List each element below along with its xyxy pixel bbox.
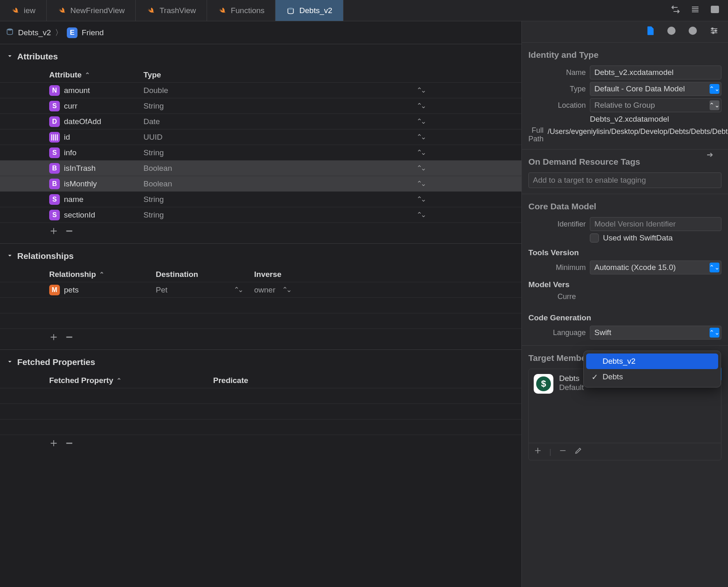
col-inverse[interactable]: Inverse <box>254 270 515 279</box>
table-row-empty <box>0 298 521 313</box>
tab-newfriendview[interactable]: NewFriendView <box>47 0 136 21</box>
coredata-title: Core Data Model <box>528 202 721 211</box>
rel-name: pets <box>64 286 79 295</box>
language-label: Language <box>528 329 586 337</box>
updown-icon[interactable]: ⌃⌄ <box>416 179 425 188</box>
swift-icon <box>11 6 20 15</box>
attr-type: Double <box>143 86 168 95</box>
dropdown-option[interactable]: Debts_v2 <box>586 354 718 369</box>
col-fetched-property[interactable]: Fetched Property⌃ <box>49 376 213 385</box>
type-badge: B <box>49 163 60 174</box>
updown-icon[interactable]: ⌃⌄ <box>416 86 425 95</box>
check-icon: ✓ <box>591 372 598 382</box>
minimum-select[interactable]: Automatic (Xcode 15.0)⌃⌄ <box>590 261 721 274</box>
tab-trashview[interactable]: TrashView <box>136 0 207 21</box>
add-fetched-button[interactable] <box>49 439 58 450</box>
updown-icon[interactable]: ⌃⌄ <box>416 195 425 204</box>
add-attribute-button[interactable] <box>49 227 58 238</box>
table-row-empty <box>0 313 521 329</box>
svg-point-7 <box>712 32 714 34</box>
table-row[interactable]: MpetsPet⌃⌄owner⌃⌄ <box>0 282 521 298</box>
tab-iew[interactable]: iew <box>0 0 47 21</box>
table-row[interactable]: NamountDouble⌃⌄ <box>0 83 521 98</box>
updown-icon[interactable]: ⌃⌄ <box>234 286 242 294</box>
type-select[interactable]: Default - Core Data Model⌃⌄ <box>590 82 721 96</box>
type-badge: S <box>49 210 60 220</box>
help-tab[interactable] <box>688 26 698 38</box>
table-row[interactable]: BisMonthlyBoolean⌃⌄ <box>0 176 521 192</box>
breadcrumb-root[interactable]: Debts_v2 <box>18 28 51 37</box>
remove-relationship-button[interactable] <box>65 333 74 344</box>
updown-icon: ⌃⌄ <box>710 328 719 338</box>
attr-name: name <box>64 195 84 204</box>
attributes-header: Attribute⌃ Type <box>0 67 521 83</box>
tools-title: Tools Version <box>528 248 721 257</box>
sort-asc-icon: ⌃ <box>99 271 105 278</box>
chevron-down-icon[interactable] <box>7 52 13 61</box>
align-icon[interactable] <box>690 5 700 16</box>
table-row[interactable]: BisInTrashBoolean⌃⌄ <box>0 161 521 176</box>
remove-fetched-button[interactable] <box>65 439 74 450</box>
updown-icon: ⌃⌄ <box>710 263 719 272</box>
updown-icon[interactable]: ⌃⌄ <box>416 102 425 110</box>
tab-label: Debts_v2 <box>299 6 332 15</box>
entity-badge: E <box>67 27 77 38</box>
table-row[interactable]: DdateOfAddDate⌃⌄ <box>0 114 521 129</box>
swap-icon[interactable] <box>671 5 680 16</box>
updown-icon: ⌃⌄ <box>710 100 719 110</box>
remove-attribute-button[interactable] <box>65 227 74 238</box>
dropdown-option[interactable]: ✓ Debts <box>586 369 718 385</box>
col-attribute[interactable]: Attribute⌃ <box>49 70 143 79</box>
odr-title: On Demand Resource Tags <box>528 157 721 167</box>
chevron-down-icon[interactable] <box>7 251 13 261</box>
updown-icon[interactable]: ⌃⌄ <box>416 164 425 172</box>
identifier-field[interactable]: Model Version Identifier <box>590 217 721 231</box>
updown-icon[interactable]: ⌃⌄ <box>282 286 290 294</box>
reveal-in-finder-icon[interactable]: ➔ <box>707 150 713 159</box>
add-target-button[interactable] <box>534 446 542 457</box>
swiftdata-checkbox[interactable] <box>590 233 599 243</box>
updown-icon[interactable]: ⌃⌄ <box>416 117 425 126</box>
table-row-empty <box>0 404 521 419</box>
attr-name: id <box>64 133 70 142</box>
panel-toggle-icon[interactable] <box>710 5 720 16</box>
updown-icon[interactable]: ⌃⌄ <box>416 133 425 141</box>
attr-name: amount <box>64 86 90 95</box>
breadcrumb-entity[interactable]: Friend <box>82 28 104 37</box>
model-icon <box>6 27 14 38</box>
type-badge: S <box>49 147 60 158</box>
chevron-down-icon[interactable] <box>7 357 13 367</box>
history-tab[interactable] <box>667 26 676 38</box>
col-relationship[interactable]: Relationship⌃ <box>49 270 156 279</box>
attr-name: sectionId <box>64 211 95 220</box>
settings-tab[interactable] <box>709 26 719 38</box>
add-relationship-button[interactable] <box>49 333 58 344</box>
inspector-tabs <box>522 21 728 43</box>
updown-icon[interactable]: ⌃⌄ <box>416 211 425 219</box>
identifier-label: Identifier <box>528 220 586 229</box>
type-badge: S <box>49 194 60 205</box>
language-select[interactable]: Swift⌃⌄ <box>590 326 721 340</box>
table-row[interactable]: SnameString⌃⌄ <box>0 192 521 207</box>
col-destination[interactable]: Destination <box>156 270 254 279</box>
attributes-actions <box>0 223 521 241</box>
tab-debts-v2[interactable]: Debts_v2 <box>275 0 343 21</box>
file-inspector-tab[interactable] <box>645 26 655 38</box>
table-row[interactable]: ScurrString⌃⌄ <box>0 98 521 114</box>
edit-target-button[interactable] <box>574 446 582 457</box>
table-row[interactable]: SsectionIdString⌃⌄ <box>0 207 521 223</box>
tab-functions[interactable]: Functions <box>207 0 275 21</box>
location-select[interactable]: Relative to Group⌃⌄ <box>590 98 721 112</box>
updown-icon[interactable]: ⌃⌄ <box>416 148 425 157</box>
table-row[interactable]: ||||idUUID⌃⌄ <box>0 129 521 145</box>
location-file: Debts_v2.xcdatamodel <box>590 115 669 124</box>
remove-target-button[interactable] <box>559 446 567 457</box>
model-version-dropdown[interactable]: Debts_v2 ✓ Debts <box>583 351 721 388</box>
table-row[interactable]: SinfoString⌃⌄ <box>0 145 521 161</box>
table-row-empty <box>0 388 521 404</box>
name-field[interactable]: Debts_v2.xcdatamodel <box>590 66 721 79</box>
attr-name: curr <box>64 102 77 111</box>
col-type[interactable]: Type <box>143 70 515 79</box>
col-predicate[interactable]: Predicate <box>213 376 515 385</box>
tab-label: TrashView <box>159 6 196 15</box>
